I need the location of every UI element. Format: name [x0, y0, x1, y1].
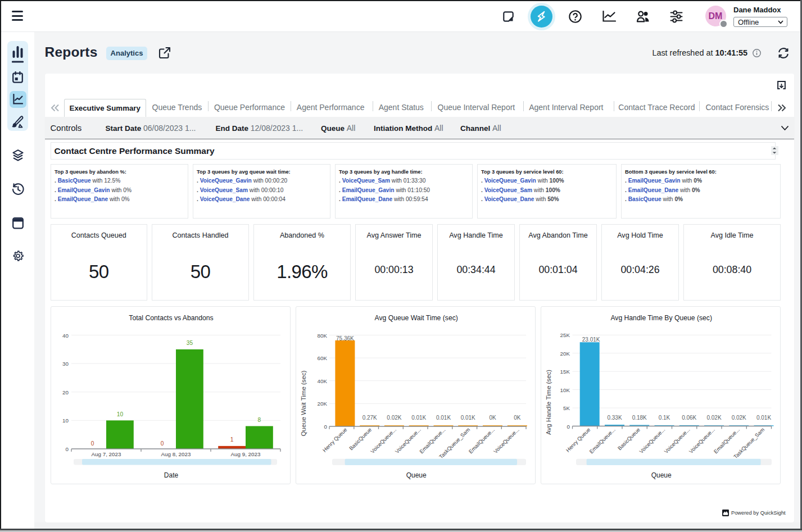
- svg-text:25K: 25K: [560, 332, 570, 338]
- svg-text:80K: 80K: [317, 332, 327, 338]
- svg-text:0.02K: 0.02K: [731, 414, 746, 420]
- svg-text:30: 30: [62, 361, 69, 367]
- svg-text:0.27K: 0.27K: [362, 414, 377, 420]
- svg-text:0: 0: [65, 446, 69, 452]
- svg-text:1: 1: [230, 436, 233, 443]
- svg-text:10K: 10K: [560, 387, 570, 393]
- svg-text:0K: 0K: [514, 414, 521, 420]
- svg-text:Queue Wait Time (sec): Queue Wait Time (sec): [300, 370, 307, 436]
- svg-text:Avg Handle Time (sec): Avg Handle Time (sec): [545, 369, 552, 434]
- svg-text:35: 35: [186, 340, 193, 346]
- svg-text:0.02K: 0.02K: [706, 414, 721, 420]
- svg-text:0.33K: 0.33K: [607, 414, 622, 420]
- svg-text:20K: 20K: [560, 350, 570, 356]
- svg-text:0: 0: [90, 440, 94, 446]
- svg-text:40: 40: [62, 332, 69, 338]
- svg-text:Aug 8, 2023: Aug 8, 2023: [161, 451, 191, 457]
- svg-text:0: 0: [324, 424, 327, 430]
- svg-text:0.01K: 0.01K: [460, 414, 475, 420]
- svg-text:0: 0: [160, 440, 164, 446]
- svg-text:VoiceQueue...: VoiceQueue...: [638, 426, 666, 454]
- svg-text:10: 10: [62, 417, 69, 424]
- svg-text:0.02K: 0.02K: [387, 414, 401, 420]
- svg-text:40K: 40K: [317, 378, 327, 384]
- svg-text:Queue: Queue: [651, 471, 671, 479]
- svg-text:0: 0: [567, 423, 570, 429]
- svg-text:VoiceQueue...: VoiceQueue...: [492, 426, 520, 454]
- svg-text:EmailQueue...: EmailQueue...: [588, 426, 616, 454]
- svg-text:0.01K: 0.01K: [436, 414, 450, 420]
- svg-text:Henry Queue: Henry Queue: [321, 426, 348, 453]
- svg-text:0.1K: 0.1K: [658, 414, 670, 420]
- svg-text:BasicQueue: BasicQueue: [616, 426, 641, 451]
- svg-text:20: 20: [62, 389, 69, 395]
- svg-text:VoiceQueue...: VoiceQueue...: [663, 426, 691, 454]
- svg-text:75.36K: 75.36K: [336, 335, 354, 342]
- svg-text:Avg Handle Time By Queue (sec): Avg Handle Time By Queue (sec): [610, 314, 712, 322]
- svg-text:Aug 9, 2023: Aug 9, 2023: [230, 451, 260, 457]
- svg-text:Total Contacts vs Abandons: Total Contacts vs Abandons: [129, 314, 213, 322]
- svg-text:60K: 60K: [317, 355, 327, 361]
- svg-text:Henry Queue: Henry Queue: [564, 426, 591, 453]
- svg-text:15K: 15K: [560, 369, 570, 375]
- svg-text:VoiceQueue...: VoiceQueue...: [687, 426, 715, 454]
- svg-text:0.06K: 0.06K: [682, 414, 696, 420]
- svg-text:0.01K: 0.01K: [756, 414, 771, 420]
- svg-text:0.18K: 0.18K: [632, 414, 646, 420]
- svg-text:0K: 0K: [489, 414, 496, 420]
- svg-text:VoiceQueue...: VoiceQueue...: [369, 426, 397, 454]
- svg-text:5K: 5K: [563, 405, 570, 411]
- svg-text:Aug 7, 2023: Aug 7, 2023: [91, 451, 121, 457]
- svg-text:Queue: Queue: [406, 471, 426, 479]
- svg-text:Avg Queue Wait Time (sec): Avg Queue Wait Time (sec): [374, 314, 457, 322]
- svg-text:10: 10: [116, 411, 123, 417]
- svg-text:0.01K: 0.01K: [411, 414, 426, 420]
- svg-text:EmailQueue...: EmailQueue...: [467, 426, 495, 454]
- svg-text:Date: Date: [164, 471, 178, 479]
- svg-text:20K: 20K: [317, 401, 327, 407]
- svg-text:8: 8: [257, 416, 261, 422]
- svg-text:23.01K: 23.01K: [582, 336, 600, 342]
- svg-text:BasicQueue: BasicQueue: [347, 426, 372, 451]
